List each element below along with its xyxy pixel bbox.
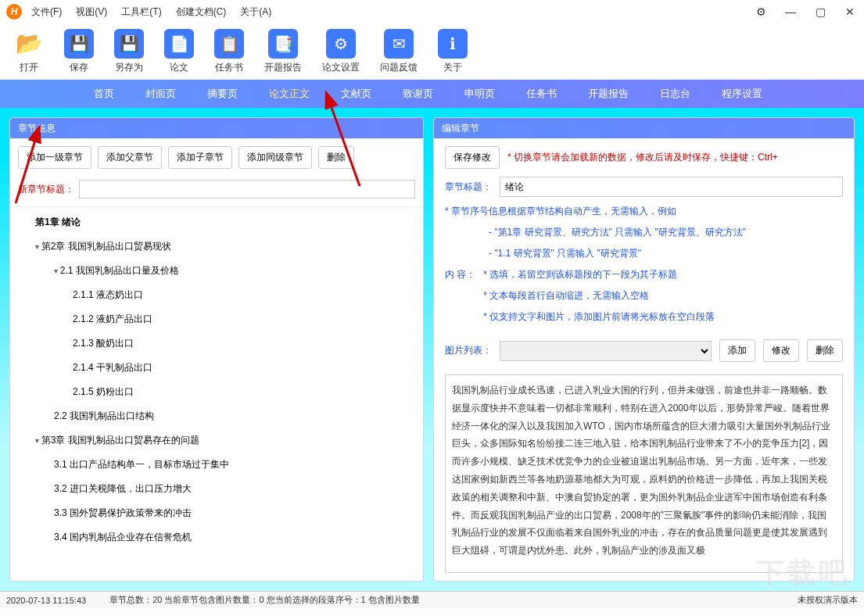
- save-as-icon: 💾: [114, 29, 144, 59]
- tree-node[interactable]: 2.1 我国乳制品出口量及价格: [18, 259, 415, 283]
- tree-node[interactable]: 第2章 我国乳制品出口贸易现状: [18, 235, 415, 259]
- new-chapter-input[interactable]: [79, 180, 415, 199]
- nav-report[interactable]: 开题报告: [588, 87, 629, 101]
- tree-node[interactable]: 第1章 绪论: [18, 210, 415, 235]
- workspace: 章节信息 添加一级章节 添加父章节 添加子章节 添加同级章节 删除 新章节标题：…: [0, 108, 864, 591]
- toolbar-about-label: 关于: [443, 61, 462, 74]
- content-hint-3: * 仅支持文字和图片，添加图片前请将光标放在空白段落: [483, 310, 843, 324]
- toolbar-open-label: 打开: [20, 61, 38, 74]
- save-changes-button[interactable]: 保存修改: [445, 146, 500, 169]
- content-label: 内 容：: [445, 268, 475, 281]
- tree-node[interactable]: 2.1.4 干乳制品出口: [18, 356, 415, 380]
- menu-toolbar[interactable]: 工具栏(T): [121, 5, 161, 19]
- nav-home[interactable]: 首页: [94, 87, 114, 101]
- toolbar-feedback[interactable]: ✉问题反馈: [380, 29, 418, 74]
- feedback-icon: ✉: [384, 29, 414, 59]
- delete-chapter-button[interactable]: 删除: [318, 146, 354, 169]
- report-icon: 📑: [268, 29, 298, 59]
- nav-thanks[interactable]: 致谢页: [403, 87, 433, 101]
- chapter-body-text[interactable]: 我国乳制品行业成长迅速，已进入乳业大国的行列，但并未做强，前途也并非一路顺畅。数…: [445, 374, 843, 573]
- menu-create-doc[interactable]: 创建文档(C): [176, 5, 227, 19]
- tree-node[interactable]: 3.3 国外贸易保护政策带来的冲击: [18, 501, 415, 525]
- toolbar-save[interactable]: 💾保存: [64, 29, 94, 74]
- hint-example-1: - "第1章 研究背景、研究方法" 只需输入 "研究背景、研究方法": [445, 226, 843, 239]
- save-icon: 💾: [64, 29, 94, 59]
- edit-chapter-title: 编辑章节: [434, 118, 854, 138]
- hint-auto-number: * 章节序号信息根据章节结构自动产生，无需输入，例如: [445, 205, 843, 218]
- minimize-button[interactable]: —: [783, 5, 798, 18]
- toolbar-save-as[interactable]: 💾另存为: [114, 29, 144, 74]
- secondary-navbar: 首页 封面页 摘要页 论文正文 文献页 致谢页 申明页 任务书 开题报告 日志台…: [0, 80, 864, 108]
- toolbar-save-label: 保存: [70, 61, 88, 74]
- menu-file[interactable]: 文件(F): [31, 5, 62, 19]
- tree-node[interactable]: 3.4 国内乳制品企业存在信誉危机: [18, 525, 415, 550]
- tree-node[interactable]: 3.1 出口产品结构单一，目标市场过于集中: [18, 453, 415, 477]
- gear-icon[interactable]: ⚙: [753, 5, 769, 18]
- chapter-tree[interactable]: 第1章 绪论第2章 我国乳制品出口贸易现状2.1 我国乳制品出口量及价格2.1.…: [10, 206, 423, 581]
- status-bar: 2020-07-13 11:15:43 章节总数：20 当前章节包含图片数量：0…: [0, 591, 864, 608]
- toolbar-open[interactable]: 📂打开: [14, 29, 44, 74]
- app-logo: H: [6, 4, 22, 20]
- close-button[interactable]: ✕: [842, 5, 858, 18]
- toolbar-task-label: 任务书: [215, 61, 243, 74]
- content-hint-2: * 文本每段首行自动缩进，无需输入空格: [483, 289, 843, 303]
- maximize-button[interactable]: ▢: [812, 5, 828, 18]
- toolbar-feedback-label: 问题反馈: [380, 61, 418, 74]
- nav-cover[interactable]: 封面页: [145, 87, 176, 101]
- add-child-chapter-button[interactable]: 添加子章节: [168, 146, 232, 169]
- chapter-title-input[interactable]: [500, 177, 843, 197]
- new-chapter-label: 新章节标题：: [18, 183, 74, 196]
- toolbar-settings-label: 论文设置: [322, 61, 360, 74]
- status-summary: 章节总数：20 当前章节包含图片数量：0 您当前选择的段落序号：1 包含图片数量: [109, 594, 420, 606]
- chapter-info-title: 章节信息: [10, 118, 423, 138]
- image-edit-button[interactable]: 修改: [763, 339, 799, 362]
- edit-chapter-panel: 编辑章节 保存修改 * 切换章节请会加载新的数据，修改后请及时保存，快捷键：Ct…: [433, 117, 855, 582]
- nav-log[interactable]: 日志台: [660, 87, 690, 101]
- folder-open-icon: 📂: [14, 29, 44, 59]
- chapter-title-label: 章节标题：: [445, 181, 492, 194]
- save-hint: * 切换章节请会加载新的数据，修改后请及时保存，快捷键：Ctrl+: [507, 151, 778, 164]
- toolbar-thesis[interactable]: 📄论文: [164, 29, 194, 74]
- nav-program-settings[interactable]: 程序设置: [722, 87, 762, 101]
- info-icon: ℹ: [438, 29, 468, 59]
- add-sibling-chapter-button[interactable]: 添加同级章节: [238, 146, 312, 169]
- nav-declaration[interactable]: 申明页: [464, 87, 495, 101]
- add-parent-chapter-button[interactable]: 添加父章节: [98, 146, 162, 169]
- nav-body[interactable]: 论文正文: [269, 87, 310, 101]
- toolbar-about[interactable]: ℹ关于: [438, 29, 468, 74]
- image-add-button[interactable]: 添加: [719, 339, 755, 362]
- new-chapter-row: 新章节标题：: [10, 177, 423, 206]
- hint-example-2: - "1.1 研究背景" 只需输入 "研究背景": [445, 247, 843, 260]
- tree-node[interactable]: 2.1.3 酸奶出口: [18, 331, 415, 356]
- chapter-button-row: 添加一级章节 添加父章节 添加子章节 添加同级章节 删除: [10, 138, 423, 177]
- chapter-info-panel: 章节信息 添加一级章节 添加父章节 添加子章节 添加同级章节 删除 新章节标题：…: [9, 117, 424, 582]
- nav-task[interactable]: 任务书: [526, 87, 557, 101]
- menu-about[interactable]: 关于(A): [240, 5, 271, 19]
- tree-node[interactable]: 2.2 我国乳制品出口结构: [18, 404, 415, 428]
- tree-node[interactable]: 3.2 进口关税降低，出口压力增大: [18, 477, 415, 501]
- status-datetime: 2020-07-13 11:15:43: [6, 596, 86, 605]
- nav-references[interactable]: 文献页: [341, 87, 371, 101]
- toolbar-saveas-label: 另存为: [115, 61, 143, 74]
- menu-view[interactable]: 视图(V): [76, 5, 107, 19]
- status-license: 未授权演示版本: [798, 594, 858, 606]
- title-bar: H 文件(F) 视图(V) 工具栏(T) 创建文档(C) 关于(A) ⚙ — ▢…: [0, 0, 864, 23]
- content-hint-1: * 选填，若留空则该标题段的下一段为其子标题: [483, 268, 843, 281]
- toolbar-task[interactable]: 📋任务书: [214, 29, 244, 74]
- document-icon: 📄: [164, 29, 194, 59]
- tree-node[interactable]: 2.1.5 奶粉出口: [18, 380, 415, 404]
- toolbar-thesis-label: 论文: [170, 61, 188, 74]
- settings-icon: ⚙: [326, 29, 356, 59]
- task-icon: 📋: [214, 29, 244, 59]
- tree-node[interactable]: 第3章 我国乳制品出口贸易存在的问题: [18, 428, 415, 453]
- tree-node[interactable]: 2.1.2 液奶产品出口: [18, 307, 415, 331]
- nav-abstract[interactable]: 摘要页: [207, 87, 238, 101]
- add-level1-chapter-button[interactable]: 添加一级章节: [18, 146, 91, 169]
- toolbar-report[interactable]: 📑开题报告: [264, 29, 302, 74]
- main-toolbar: 📂打开 💾保存 💾另存为 📄论文 📋任务书 📑开题报告 ⚙论文设置 ✉问题反馈 …: [0, 23, 864, 80]
- image-delete-button[interactable]: 删除: [807, 339, 843, 362]
- toolbar-settings[interactable]: ⚙论文设置: [322, 29, 360, 74]
- tree-node[interactable]: 2.1.1 液态奶出口: [18, 283, 415, 307]
- toolbar-report-label: 开题报告: [264, 61, 302, 74]
- image-list-select[interactable]: [500, 341, 712, 361]
